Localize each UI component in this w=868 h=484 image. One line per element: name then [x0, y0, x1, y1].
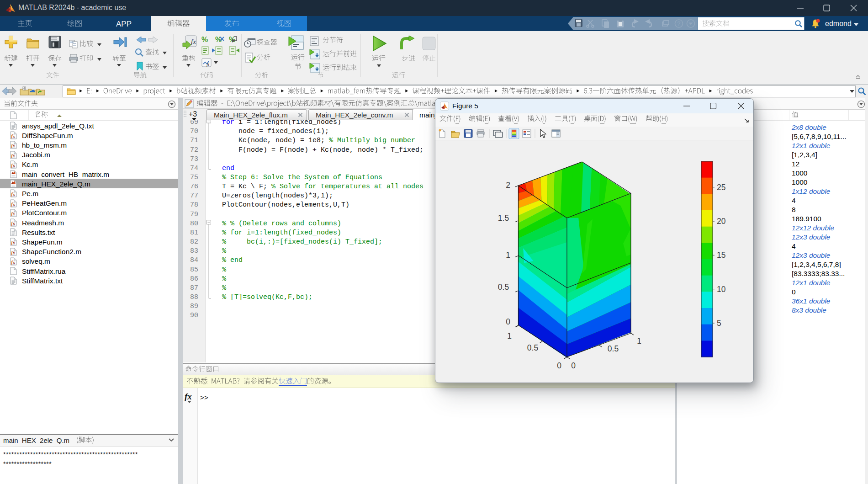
svg-text:1: 1 [507, 331, 512, 340]
svg-text:fi: fi [206, 62, 209, 67]
svg-text:x: x [13, 144, 15, 148]
svg-text:x: x [13, 134, 15, 138]
svg-text:x: x [13, 164, 15, 168]
svg-text:x: x [13, 202, 15, 207]
svg-text:0: 0 [571, 361, 576, 370]
svg-text:15: 15 [717, 250, 725, 260]
svg-text:0.5: 0.5 [527, 343, 538, 352]
svg-text:10: 10 [717, 285, 726, 294]
svg-text:0: 0 [557, 361, 561, 370]
svg-text:1.5: 1.5 [498, 213, 509, 223]
svg-text:0: 0 [506, 317, 510, 326]
svg-text:20: 20 [717, 217, 726, 226]
svg-text:fx: fx [191, 38, 196, 45]
svg-text:1: 1 [506, 250, 510, 260]
svg-text:5: 5 [717, 319, 721, 328]
svg-text:x: x [13, 241, 15, 245]
svg-text:x: x [13, 261, 15, 265]
svg-text:%: % [201, 36, 208, 43]
svg-text:x: x [13, 192, 15, 197]
svg-text:?: ? [677, 21, 681, 27]
svg-text:x: x [13, 222, 15, 226]
svg-text:25: 25 [717, 183, 725, 192]
svg-text:1: 1 [637, 336, 641, 346]
svg-text:x: x [13, 154, 15, 158]
svg-text:x: x [13, 251, 15, 255]
svg-text:0.5: 0.5 [608, 344, 619, 353]
svg-text:x: x [13, 212, 15, 216]
svg-text:2: 2 [506, 181, 510, 190]
svg-text:0.5: 0.5 [498, 282, 509, 292]
